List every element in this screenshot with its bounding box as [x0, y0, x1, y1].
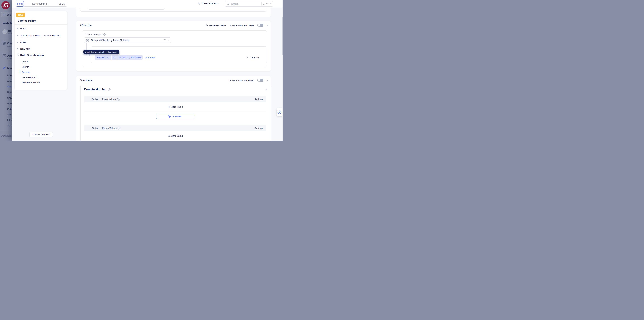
column-actions: Actions: [254, 127, 263, 130]
nav-item-select-policy-rules[interactable]: Select Policy Rules : Custom Rule List: [20, 34, 61, 37]
column-regex-values-label: Regex Values: [102, 127, 117, 130]
clear-all-button[interactable]: ✕ Clear all: [246, 56, 259, 59]
nav-subitem-servers[interactable]: Servers: [22, 70, 30, 74]
servers-header-controls: Show Advanced Fields ∧: [229, 79, 268, 82]
clients-reset-all-label: Reset All Fields: [209, 24, 226, 27]
scrolled-input[interactable]: [88, 8, 165, 10]
sidebar-item-manage[interactable]: Man: [7, 66, 12, 70]
expand-arrow-icon[interactable]: [18, 54, 19, 56]
domain-matcher-title: Domain Matcher: [84, 88, 106, 91]
collapse-notch-icon[interactable]: [17, 24, 19, 26]
search-close-icon[interactable]: ✕: [269, 3, 271, 5]
nav-subitem-request-match[interactable]: Request Match: [22, 76, 38, 79]
toggle-knob: [258, 79, 260, 82]
cancel-and-exit-button[interactable]: Cancel and Exit: [30, 132, 53, 137]
tab-documentation[interactable]: Documentation: [24, 1, 57, 6]
clear-selection-icon[interactable]: ✕: [164, 39, 166, 41]
svg-text:?: ?: [279, 111, 280, 114]
help-circle-icon[interactable]: ?: [103, 33, 106, 36]
client-selection-dropdown[interactable]: Group of Clients by Label Selector ✕ ∨: [84, 38, 171, 43]
column-order: Order: [92, 127, 98, 130]
wrench-icon: [2, 66, 6, 69]
sidebar-link-service-policies[interactable]: Servi: [7, 85, 12, 88]
tab-form[interactable]: Form: [16, 1, 24, 6]
toggle-knob: [258, 24, 260, 26]
clear-all-x-icon: ✕: [246, 56, 248, 58]
column-exact-values-label: Exact Values: [102, 98, 116, 100]
workspace-title: Web Ap: [2, 22, 12, 25]
scrollbar-thumb[interactable]: [282, 17, 283, 55]
nav-item-new-item[interactable]: New Item: [20, 47, 30, 50]
f5-logo[interactable]: f5: [2, 1, 10, 10]
sidebar-link-api[interactable]: API M: [7, 124, 12, 127]
tenant-subtitle: Nan: [8, 33, 12, 35]
plus-circle-icon: [168, 115, 171, 118]
nav-subitem-action[interactable]: Action: [22, 60, 28, 64]
clients-reset-all-button[interactable]: Reset All Fields: [205, 24, 226, 27]
tab-json[interactable]: JSON: [57, 1, 67, 6]
empty-table-message: No data found: [84, 131, 266, 140]
sidebar-link-ai[interactable]: AI & M: [7, 102, 12, 105]
label-operator-chip[interactable]: In: [112, 55, 117, 60]
servers-section-title: Servers: [80, 78, 93, 82]
search-next-icon[interactable]: ∨: [266, 3, 268, 5]
sidebar-item-app-sub: Perfo: [7, 58, 12, 60]
nav-section-rule-specification[interactable]: Rule Specification: [20, 54, 44, 56]
label-key-chip[interactable]: reputation.v...: [95, 55, 112, 60]
sidebar-item-overview[interactable]: Ove: [7, 42, 12, 45]
search-icon: [227, 2, 230, 5]
clear-all-label: Clear all: [250, 56, 259, 59]
search-prev-icon[interactable]: ∧: [263, 3, 265, 5]
add-label-link[interactable]: Add label: [145, 56, 155, 59]
tenant-avatar[interactable]: T: [2, 30, 7, 34]
clients-section: Clients Reset All Fields Show Advanced F…: [76, 21, 271, 71]
label-expression-row: reputation.v... In BOTNETS, PHISHING Add…: [95, 55, 156, 60]
nav-subitem-advanced-match[interactable]: Advanced Match: [22, 81, 40, 84]
sidebar-link-app[interactable]: App: [7, 80, 12, 82]
clients-header-controls: Reset All Fields Show Advanced Fields ∧: [205, 24, 268, 27]
servers-advanced-toggle[interactable]: [257, 79, 264, 82]
help-circle-icon[interactable]: ?: [118, 127, 120, 130]
sidebar-link-rate[interactable]: Rate: [7, 91, 12, 94]
sidebar-link-load-balancers[interactable]: Load: [7, 74, 12, 77]
sidebar-divider: [0, 131, 12, 132]
sidebar-link-shared[interactable]: Shar: [7, 96, 12, 99]
help-button[interactable]: ?: [276, 108, 282, 116]
active-item-bar: [20, 70, 20, 74]
sidebar-footer-advanced[interactable]: Advanced: [2, 134, 12, 137]
client-selection-label: * Client Selection: [84, 33, 102, 36]
undo-icon: [198, 2, 200, 5]
add-item-label: Add Item: [172, 115, 182, 118]
search-input[interactable]: [231, 2, 260, 5]
help-circle-icon[interactable]: ?: [108, 88, 111, 91]
label-selector-group: reputation.v... In BOTNETS, PHISHING Add…: [91, 46, 267, 63]
sidebar-link-files[interactable]: Files: [7, 119, 12, 121]
f5-logo-text: f5: [3, 2, 8, 8]
tree-bullet-icon: [17, 35, 18, 36]
column-order: Order: [92, 98, 98, 100]
label-values-chip[interactable]: BOTNETS, PHISHING: [117, 55, 143, 60]
nav-item-rules-1[interactable]: Rules: [20, 27, 26, 30]
sidebar-link-alerts[interactable]: Alert: [7, 113, 12, 116]
sidebar-item-app[interactable]: App: [7, 54, 12, 57]
sidebar-link-published[interactable]: Publi: [7, 108, 12, 110]
reset-all-fields-button[interactable]: Reset All Fields: [198, 2, 219, 5]
nav-item-rules-2[interactable]: Rules: [20, 40, 26, 44]
form-drawer: Form Documentation JSON Reset All Fields…: [12, 0, 283, 141]
collapse-chevron-icon[interactable]: ∧: [266, 88, 267, 90]
help-circle-icon[interactable]: ?: [117, 98, 120, 100]
collapse-chevron-icon[interactable]: ∧: [267, 24, 268, 26]
sidebar: f5 Sele Web Ap T tec Nan Ove Dashb A App…: [0, 0, 12, 141]
table-header-row: Order Regex Values ? Actions: [84, 125, 266, 131]
chevron-down-icon[interactable]: ∨: [167, 39, 169, 41]
add-item-button[interactable]: Add Item: [156, 114, 194, 119]
collapse-chevron-icon[interactable]: ∧: [267, 79, 268, 82]
nav-subitem-clients[interactable]: Clients: [22, 65, 29, 68]
servers-advanced-label: Show Advanced Fields: [229, 79, 254, 82]
form-title: Service policy: [18, 19, 36, 22]
search-box[interactable]: ∧ ∨ ✕: [225, 1, 273, 6]
select-service-label: Sele: [7, 13, 11, 16]
select-service-button[interactable]: Sele: [1, 12, 12, 17]
undo-icon: [205, 24, 208, 26]
clients-advanced-toggle[interactable]: [257, 24, 264, 27]
